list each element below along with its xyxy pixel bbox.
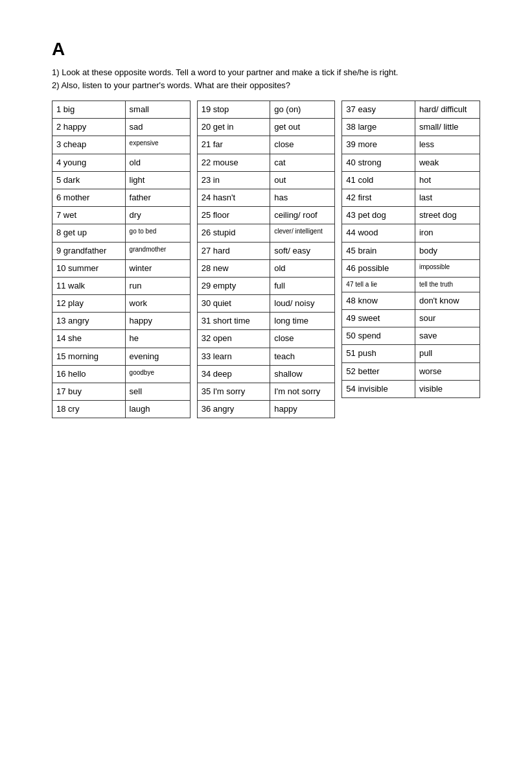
table-cell: 45 brain xyxy=(342,242,415,259)
table-row: 26 stupidclever/ intelligent xyxy=(197,224,335,242)
table-cell: dry xyxy=(125,207,190,224)
table-cell: tell the truth xyxy=(415,277,480,292)
table-row: 25 floorceiling/ roof xyxy=(197,207,335,224)
table-row: 45 brainbody xyxy=(342,242,480,259)
table-row: 48 knowdon't know xyxy=(342,292,480,309)
table-cell: 39 more xyxy=(342,136,415,154)
table-row: 38 largesmall/ little xyxy=(342,119,480,136)
table-cell: 33 learn xyxy=(197,348,270,365)
table-cell: 13 angry xyxy=(52,313,126,330)
table-cell: small xyxy=(125,101,190,119)
table-cell: 25 floor xyxy=(197,207,270,224)
table-cell: 2 happy xyxy=(52,119,126,136)
table-row: 21 farclose xyxy=(197,136,335,154)
table-cell: 52 better xyxy=(342,362,415,380)
table-cell: save xyxy=(415,327,480,345)
table-cell: 23 in xyxy=(197,171,270,189)
table-row: 23 inout xyxy=(197,171,335,189)
table-row: 24 hasn'thas xyxy=(197,189,335,206)
table-cell: weak xyxy=(415,154,480,171)
table-row: 41 coldhot xyxy=(342,171,480,189)
table-row: 50 spendsave xyxy=(342,327,480,345)
table-cell: grandmother xyxy=(125,242,190,259)
table-cell: I'm not sorry xyxy=(270,383,335,401)
table-row: 29 emptyfull xyxy=(197,277,335,294)
table-row: 51 pushpull xyxy=(342,345,480,362)
table-row: 3 cheapexpensive xyxy=(52,136,191,154)
table-2: 19 stopgo (on)20 get inget out21 farclos… xyxy=(197,101,336,418)
table-cell: close xyxy=(270,330,335,348)
table-row: 5 darklight xyxy=(52,171,191,189)
table-row: 1 bigsmall xyxy=(52,101,191,119)
table-cell: 22 mouse xyxy=(197,154,270,171)
table-cell: 27 hard xyxy=(197,242,270,259)
table-cell: happy xyxy=(125,313,190,330)
table-row: 13 angryhappy xyxy=(52,313,191,330)
table-row: 37 easyhard/ difficult xyxy=(342,101,480,119)
table-cell: 29 empty xyxy=(197,277,270,294)
table-cell: 4 young xyxy=(52,154,126,171)
table-1: 1 bigsmall2 happysad3 cheapexpensive4 yo… xyxy=(52,101,191,418)
table-cell: 1 big xyxy=(52,101,126,119)
table-row: 22 mousecat xyxy=(197,154,335,171)
table-row: 47 tell a lietell the truth xyxy=(342,277,480,292)
table-cell: sour xyxy=(415,310,480,327)
table-row: 49 sweetsour xyxy=(342,310,480,327)
table-row: 32 openclose xyxy=(197,330,335,348)
table-cell: long time xyxy=(270,313,335,330)
table-row: 43 pet dogstreet dog xyxy=(342,207,480,224)
table-cell: 46 possible xyxy=(342,259,415,277)
table-cell: has xyxy=(270,189,335,206)
table-cell: 20 get in xyxy=(197,119,270,136)
table-cell: 14 she xyxy=(52,330,126,348)
table-row: 33 learnteach xyxy=(197,348,335,365)
table-cell: hard/ difficult xyxy=(415,101,480,119)
table-3: 37 easyhard/ difficult38 largesmall/ lit… xyxy=(341,101,480,398)
table-row: 40 strongweak xyxy=(342,154,480,171)
table-cell: 50 spend xyxy=(342,327,415,345)
table-cell: 16 hello xyxy=(52,365,126,383)
table-cell: 12 play xyxy=(52,295,126,313)
table-row: 7 wetdry xyxy=(52,207,191,224)
table-cell: ceiling/ roof xyxy=(270,207,335,224)
table-cell: evening xyxy=(125,348,190,365)
table-row: 36 angryhappy xyxy=(197,401,335,418)
table-cell: visible xyxy=(415,380,480,397)
table-row: 35 I'm sorryI'm not sorry xyxy=(197,383,335,401)
table-row: 46 possibleimpossible xyxy=(342,259,480,277)
table-cell: 49 sweet xyxy=(342,310,415,327)
table-cell: 10 summer xyxy=(52,259,126,277)
table-cell: 34 deep xyxy=(197,365,270,383)
table-cell: 31 short time xyxy=(197,313,270,330)
table-row: 30 quietloud/ noisy xyxy=(197,295,335,313)
table-cell: happy xyxy=(270,401,335,418)
table-cell: 51 push xyxy=(342,345,415,362)
instructions: 1) Look at these opposite words. Tell a … xyxy=(52,66,480,91)
table-cell: street dog xyxy=(415,207,480,224)
table-row: 15 morningevening xyxy=(52,348,191,365)
table-row: 2 happysad xyxy=(52,119,191,136)
table-cell: full xyxy=(270,277,335,294)
table-cell: 42 first xyxy=(342,189,415,206)
table-row: 42 firstlast xyxy=(342,189,480,206)
table-cell: 36 angry xyxy=(197,401,270,418)
table-cell: 32 open xyxy=(197,330,270,348)
table-row: 19 stopgo (on) xyxy=(197,101,335,119)
table-cell: worse xyxy=(415,362,480,380)
table-row: 27 hardsoft/ easy xyxy=(197,242,335,259)
table-cell: sell xyxy=(125,383,190,401)
table-cell: go (on) xyxy=(270,101,335,119)
table-cell: laugh xyxy=(125,401,190,418)
page-title: A xyxy=(52,39,480,60)
table-row: 16 hellogoodbye xyxy=(52,365,191,383)
table-cell: hot xyxy=(415,171,480,189)
table-cell: soft/ easy xyxy=(270,242,335,259)
table-row: 52 betterworse xyxy=(342,362,480,380)
table-row: 4 youngold xyxy=(52,154,191,171)
table-row: 39 moreless xyxy=(342,136,480,154)
table-cell: clever/ intelligent xyxy=(270,224,335,242)
table-cell: teach xyxy=(270,348,335,365)
table-cell: run xyxy=(125,277,190,294)
table-cell: pull xyxy=(415,345,480,362)
table-cell: less xyxy=(415,136,480,154)
